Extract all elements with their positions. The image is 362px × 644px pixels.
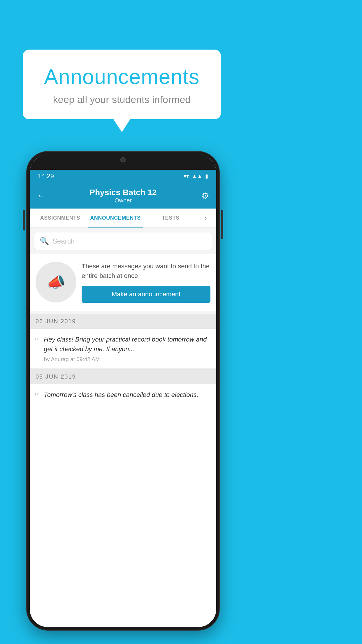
- notch-area: [30, 155, 216, 170]
- volume-button: [23, 210, 25, 230]
- settings-icon[interactable]: ⚙: [201, 191, 209, 201]
- status-time: 14:29: [38, 172, 54, 180]
- promo-card: 📣 These are messages you want to send to…: [30, 254, 216, 311]
- app-header: ← Physics Batch 12 Owner ⚙: [30, 183, 216, 209]
- megaphone-icon: 📣: [47, 273, 66, 291]
- status-bar: 14:29 ▾▾ ▲▲ ▮: [30, 170, 216, 183]
- back-button[interactable]: ←: [37, 191, 45, 201]
- tab-assignments[interactable]: ASSIGNMENTS: [33, 209, 88, 228]
- battery-icon: ▮: [205, 173, 208, 179]
- announcement-text-2: Tomorrow's class has been cancelled due …: [44, 390, 210, 400]
- promo-content: These are messages you want to send to t…: [82, 261, 210, 303]
- date-section-jun5: 05 JUN 2019: [30, 369, 216, 384]
- date-label-jun5: 05 JUN 2019: [36, 373, 76, 380]
- content-area: 🔍 Search 📣 These are messages you want t…: [30, 228, 216, 409]
- announcement-item-2[interactable]: " Tomorrow's class has been cancelled du…: [30, 384, 216, 409]
- quote-icon-2: ": [34, 391, 39, 403]
- search-input[interactable]: Search: [52, 237, 75, 245]
- bubble-subtitle: keep all your students informed: [40, 94, 203, 105]
- speech-bubble-container: Announcements keep all your students inf…: [23, 50, 221, 119]
- phone-frame: 14:29 ▾▾ ▲▲ ▮ ← Physics Batch 12 Owner ⚙…: [27, 152, 219, 630]
- signal-icon: ▲▲: [192, 173, 202, 179]
- tab-announcements[interactable]: ANNOUNCEMENTS: [88, 209, 143, 228]
- quote-icon-1: ": [34, 336, 39, 347]
- batch-title: Physics Batch 12: [89, 188, 157, 197]
- speech-bubble: Announcements keep all your students inf…: [23, 50, 221, 119]
- camera: [120, 157, 126, 162]
- power-button: [221, 210, 223, 239]
- owner-label: Owner: [89, 197, 157, 204]
- status-icons: ▾▾ ▲▲ ▮: [184, 173, 208, 179]
- search-bar[interactable]: 🔍 Search: [34, 232, 212, 250]
- bubble-title: Announcements: [40, 65, 203, 89]
- notch: [100, 155, 146, 165]
- promo-icon-circle: 📣: [36, 262, 76, 302]
- phone-screen: 14:29 ▾▾ ▲▲ ▮ ← Physics Batch 12 Owner ⚙…: [30, 155, 216, 627]
- announcement-text-1: Hey class! Bring your practical record b…: [44, 335, 210, 363]
- promo-description: These are messages you want to send to t…: [82, 261, 210, 281]
- wifi-icon: ▾▾: [184, 173, 189, 179]
- announcement-message-1: Hey class! Bring your practical record b…: [44, 335, 210, 354]
- announcement-meta-1: by Anurag at 09:42 AM: [44, 356, 210, 363]
- make-announcement-button[interactable]: Make an announcement: [82, 286, 210, 303]
- tab-bar: ASSIGNMENTS ANNOUNCEMENTS TESTS ›: [30, 209, 216, 228]
- tab-more[interactable]: ›: [198, 209, 213, 228]
- announcement-message-2: Tomorrow's class has been cancelled due …: [44, 390, 210, 400]
- announcement-item-1[interactable]: " Hey class! Bring your practical record…: [30, 329, 216, 369]
- search-icon: 🔍: [40, 237, 49, 246]
- header-center: Physics Batch 12 Owner: [89, 188, 157, 204]
- date-label-jun6: 06 JUN 2019: [36, 318, 76, 324]
- tab-tests[interactable]: TESTS: [143, 209, 198, 228]
- date-section-jun6: 06 JUN 2019: [30, 314, 216, 329]
